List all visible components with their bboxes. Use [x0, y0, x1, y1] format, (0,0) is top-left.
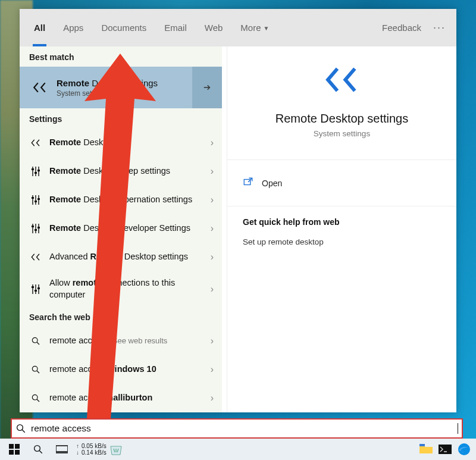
- chevron-right-icon: ›: [211, 137, 214, 148]
- chevron-right-icon: ›: [211, 336, 214, 346]
- terminal-icon[interactable]: [436, 439, 455, 460]
- settings-result-item[interactable]: Remote Desktop›: [20, 129, 222, 157]
- svg-rect-0: [32, 168, 34, 170]
- svg-point-22: [35, 446, 40, 452]
- result-label: Advanced Remote Desktop settings: [43, 251, 211, 263]
- taskbar: ↑0.05 kB/s ↓0.14 kB/s: [0, 439, 476, 460]
- remote-desktop-icon: [323, 61, 361, 99]
- result-label: Remote Desktop sleep settings: [43, 165, 211, 177]
- svg-rect-2: [37, 170, 40, 171]
- search-input[interactable]: [31, 420, 456, 437]
- remote-desktop-icon: [28, 252, 43, 262]
- svg-rect-3: [32, 197, 34, 199]
- settings-result-item[interactable]: Allow remote connections to this compute…: [20, 271, 222, 306]
- task-view-button[interactable]: [50, 439, 74, 460]
- result-label: Remote Desktop hibernation settings: [43, 194, 211, 206]
- overflow-menu-icon[interactable]: ···: [430, 21, 449, 34]
- chevron-right-icon: ›: [211, 393, 214, 403]
- section-search-web: Search the web: [20, 306, 222, 327]
- search-input-container: [11, 418, 463, 439]
- arrow-up-icon: ↑: [76, 443, 79, 449]
- settings-result-item[interactable]: Remote Desktop Developer Settings›: [20, 214, 222, 243]
- svg-rect-7: [35, 229, 37, 231]
- search-panel: All Apps Documents Email Web More▼ Feedb…: [20, 9, 456, 412]
- svg-point-17: [17, 425, 23, 431]
- svg-rect-10: [35, 290, 37, 292]
- sliders-icon: [28, 284, 43, 295]
- svg-rect-6: [32, 226, 34, 227]
- search-icon: [15, 423, 26, 434]
- svg-rect-9: [32, 286, 34, 288]
- search-icon: [28, 336, 43, 346]
- result-list: Best match Remote Desktop settings Syste…: [20, 46, 222, 412]
- tab-apps[interactable]: Apps: [56, 9, 90, 46]
- result-label: Remote Desktop Developer Settings: [43, 223, 211, 234]
- open-label: Open: [262, 179, 282, 188]
- best-match-title: Remote Desktop settings: [57, 78, 212, 88]
- svg-rect-4: [35, 201, 37, 202]
- svg-point-12: [32, 337, 37, 343]
- tab-web[interactable]: Web: [198, 9, 230, 46]
- best-match-expand-button[interactable]: [192, 67, 222, 108]
- tab-more[interactable]: More▼: [233, 9, 276, 46]
- web-result-item[interactable]: remote access - See web results›: [20, 327, 222, 355]
- chevron-right-icon: ›: [211, 195, 214, 205]
- result-label: remote access windows 10: [43, 364, 211, 375]
- search-taskbar-button[interactable]: [26, 439, 50, 460]
- open-action[interactable]: Open: [227, 168, 456, 198]
- quick-help-heading: Get quick help from web: [227, 215, 456, 233]
- search-icon: [28, 365, 43, 374]
- detail-title: Remote Desktop settings: [233, 112, 450, 126]
- search-tabs: All Apps Documents Email Web More▼ Feedb…: [20, 9, 456, 46]
- settings-result-item[interactable]: Remote Desktop hibernation settings›: [20, 186, 222, 214]
- svg-rect-1: [35, 172, 37, 174]
- web-result-item[interactable]: remote access windows 10›: [20, 355, 222, 384]
- search-icon: [28, 393, 43, 403]
- edge-browser-icon[interactable]: [455, 439, 474, 460]
- svg-rect-24: [419, 444, 425, 446]
- tab-documents[interactable]: Documents: [94, 9, 154, 46]
- settings-result-item[interactable]: Remote Desktop sleep settings›: [20, 157, 222, 186]
- chevron-right-icon: ›: [211, 223, 214, 234]
- tab-more-label: More: [240, 23, 261, 33]
- svg-rect-21: [15, 450, 20, 455]
- feedback-link[interactable]: Feedback: [377, 23, 426, 33]
- sliders-icon: [28, 223, 43, 234]
- start-button[interactable]: [2, 439, 26, 460]
- settings-result-item[interactable]: Advanced Remote Desktop settings›: [20, 243, 222, 271]
- quick-help-link[interactable]: Set up remote desktop: [227, 233, 456, 251]
- svg-point-13: [32, 366, 37, 371]
- section-best-match: Best match: [20, 46, 222, 67]
- svg-rect-11: [37, 287, 40, 289]
- svg-point-14: [32, 395, 37, 400]
- chevron-right-icon: ›: [211, 166, 214, 177]
- svg-rect-23: [56, 446, 68, 452]
- remote-desktop-icon: [29, 80, 51, 95]
- web-result-item[interactable]: remote access halliburton›: [20, 384, 222, 412]
- tab-email[interactable]: Email: [157, 9, 194, 46]
- section-settings: Settings: [20, 108, 222, 129]
- recycle-bin-icon[interactable]: [107, 439, 126, 460]
- result-label: remote access halliburton: [43, 392, 211, 404]
- svg-rect-8: [37, 227, 40, 229]
- chevron-down-icon: ▼: [264, 10, 270, 47]
- best-match-item[interactable]: Remote Desktop settings System settings: [20, 67, 222, 108]
- svg-rect-19: [15, 444, 20, 449]
- arrow-down-icon: ↓: [76, 449, 79, 456]
- svg-rect-15: [244, 180, 250, 185]
- sliders-icon: [28, 195, 43, 205]
- text-cursor: [458, 423, 458, 434]
- tab-all[interactable]: All: [27, 9, 52, 46]
- network-meter[interactable]: ↑0.05 kB/s ↓0.14 kB/s: [74, 443, 107, 456]
- chevron-right-icon: ›: [211, 252, 214, 262]
- chevron-right-icon: ›: [211, 284, 214, 295]
- result-label: Remote Desktop: [43, 137, 211, 149]
- svg-rect-5: [37, 198, 40, 200]
- detail-subtitle: System settings: [233, 129, 450, 138]
- sliders-icon: [28, 166, 43, 177]
- svg-rect-18: [9, 444, 14, 449]
- svg-rect-25: [439, 445, 452, 454]
- file-explorer-icon[interactable]: [416, 439, 436, 460]
- svg-rect-20: [9, 450, 14, 455]
- best-match-subtitle: System settings: [57, 89, 212, 98]
